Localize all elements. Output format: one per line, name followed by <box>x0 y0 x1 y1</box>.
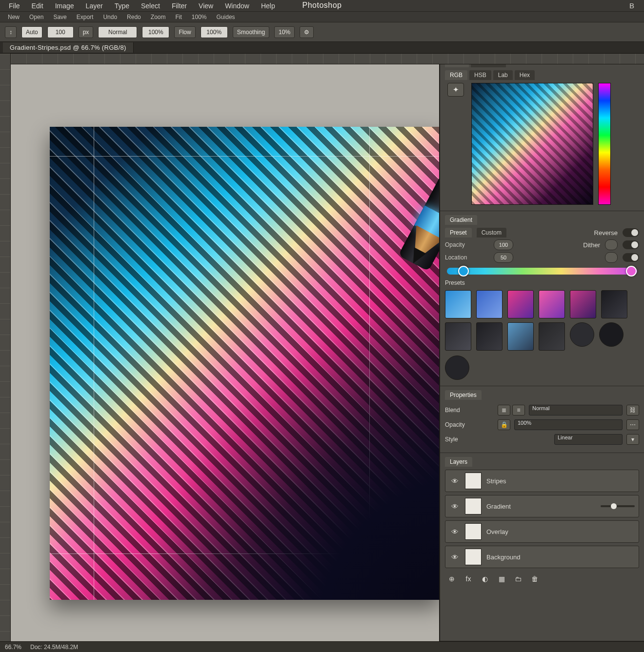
grad-location-value[interactable]: 50 <box>494 252 513 263</box>
chevron-down-icon[interactable]: ▾ <box>626 434 639 445</box>
opt-field[interactable]: 100% <box>201 26 228 38</box>
layer-thumb[interactable] <box>465 523 482 540</box>
swatch[interactable] <box>507 290 534 318</box>
menu-image[interactable]: Image <box>50 1 79 11</box>
panel-title-properties[interactable]: Properties <box>445 390 482 400</box>
guide-vertical[interactable] <box>369 127 370 600</box>
color-mode-tab[interactable]: RGB <box>445 70 467 80</box>
submenu-item[interactable]: Save <box>49 13 70 21</box>
layer-row[interactable]: 👁 Overlay <box>445 520 639 543</box>
gradient-stop[interactable] <box>458 266 469 277</box>
opt-field[interactable]: Flow <box>174 26 195 38</box>
prop-input[interactable]: Linear <box>554 434 623 445</box>
submenu-item[interactable]: Undo <box>99 13 121 21</box>
layer-thumb[interactable] <box>465 498 482 514</box>
canvas[interactable] <box>50 127 439 600</box>
layer-row[interactable]: 👁 Gradient <box>445 495 639 517</box>
status-docinfo[interactable]: Doc: 24.5M/48.2M <box>30 644 78 651</box>
menu-layer[interactable]: Layer <box>81 1 108 11</box>
submenu-item[interactable]: Fit <box>171 13 185 21</box>
menu-select[interactable]: Select <box>136 1 165 11</box>
menu-type[interactable]: Type <box>110 1 134 11</box>
canvas-area[interactable] <box>11 54 439 641</box>
layer-row[interactable]: 👁 Stripes <box>445 470 639 492</box>
swatch[interactable] <box>570 322 594 347</box>
gradient-stop[interactable] <box>626 266 637 277</box>
align-icon[interactable]: ≣ <box>498 405 510 415</box>
grad-tab-preset[interactable]: Preset <box>445 228 472 237</box>
layer-row[interactable]: 👁 Background <box>445 546 639 568</box>
color-mode-tab[interactable]: Lab <box>493 70 513 80</box>
prop-input[interactable]: Normal <box>529 405 623 415</box>
color-mode-tab[interactable]: Hex <box>515 70 535 80</box>
layer-thumb[interactable] <box>465 473 482 489</box>
submenu-item[interactable]: Open <box>25 13 47 21</box>
opt-field[interactable]: 100 <box>47 26 74 38</box>
layer-name[interactable]: Background <box>486 553 635 561</box>
visibility-icon[interactable]: 👁 <box>449 477 460 485</box>
menu-file[interactable]: File <box>4 1 25 11</box>
color-field[interactable] <box>471 83 593 205</box>
menu-view[interactable]: View <box>194 1 218 11</box>
menu-filter[interactable]: Filter <box>167 1 192 11</box>
swatch[interactable] <box>601 290 627 318</box>
layer-name[interactable]: Gradient <box>486 503 596 510</box>
ruler-vertical[interactable] <box>0 54 11 641</box>
submenu-item[interactable]: Zoom <box>147 13 170 21</box>
guide-vertical[interactable] <box>94 127 94 600</box>
grad-dither-switch[interactable] <box>623 240 639 249</box>
grad-tab-custom[interactable]: Custom <box>477 228 506 237</box>
panel-title-layers[interactable]: Layers <box>445 457 472 467</box>
guide-horizontal[interactable] <box>50 553 439 554</box>
eyedropper-icon[interactable]: ✦ <box>447 83 464 97</box>
active-tool-icon[interactable]: ↕ <box>5 26 17 38</box>
workspace-switch[interactable]: B <box>629 1 640 10</box>
submenu-item[interactable]: Export <box>73 13 98 21</box>
panel-title-gradient[interactable]: Gradient <box>445 215 477 225</box>
layer-opacity[interactable] <box>601 505 635 507</box>
ruler-horizontal[interactable] <box>11 54 644 64</box>
grad-extra-switch[interactable] <box>623 253 639 262</box>
document-tab[interactable]: Gradient-Stripes.psd @ 66.7% (RGB/8) <box>3 42 134 53</box>
mask-icon[interactable]: ◐ <box>480 574 490 584</box>
fx-icon[interactable]: fx <box>463 574 473 584</box>
align-icon[interactable]: ≡ <box>512 405 525 415</box>
opacity-slider[interactable] <box>601 505 635 507</box>
swatch[interactable] <box>539 322 565 351</box>
guide-horizontal[interactable] <box>50 156 439 157</box>
submenu-item[interactable]: Redo <box>123 13 145 21</box>
menu-edit[interactable]: Edit <box>27 1 48 11</box>
menu-window[interactable]: Window <box>220 1 254 11</box>
visibility-icon[interactable]: 👁 <box>449 502 460 511</box>
opt-chip[interactable]: 10% <box>274 26 295 38</box>
status-zoom[interactable]: 66.7% <box>5 644 21 651</box>
grad-opacity-value[interactable]: 100 <box>494 239 513 250</box>
gradient-bar[interactable] <box>447 268 637 275</box>
opt-field[interactable]: Auto <box>21 26 42 38</box>
submenu-item[interactable]: New <box>4 13 23 21</box>
swatch[interactable] <box>599 322 624 347</box>
layer-name[interactable]: Overlay <box>486 528 635 535</box>
opt-field[interactable]: 100% <box>142 26 169 38</box>
submenu-item[interactable]: 100% <box>188 13 211 21</box>
trash-icon[interactable]: 🗑 <box>530 574 540 584</box>
gear-icon[interactable]: ⚙ <box>300 26 314 38</box>
adjust-icon[interactable]: ▦ <box>497 574 506 584</box>
layer-name[interactable]: Stripes <box>486 477 635 485</box>
hue-slider[interactable] <box>598 83 611 205</box>
swatch[interactable] <box>476 290 503 318</box>
visibility-icon[interactable]: 👁 <box>449 528 460 536</box>
color-mode-tab[interactable]: HSB <box>469 70 491 80</box>
grad-extra-toggle[interactable] <box>605 252 618 263</box>
opt-field[interactable]: Normal <box>98 26 137 38</box>
opt-chip[interactable]: Smoothing <box>233 26 269 38</box>
menu-help[interactable]: Help <box>256 1 280 11</box>
layer-thumb[interactable] <box>465 549 482 565</box>
new-layer-icon[interactable]: ⊕ <box>447 574 457 584</box>
grad-dither-toggle[interactable] <box>605 239 618 250</box>
lock-icon[interactable]: 🔒 <box>498 419 510 430</box>
group-icon[interactable]: 🗀 <box>513 574 523 584</box>
more-icon[interactable]: ⋯ <box>626 419 639 430</box>
swatch[interactable] <box>476 322 503 351</box>
prop-input[interactable]: 100% <box>514 419 623 430</box>
